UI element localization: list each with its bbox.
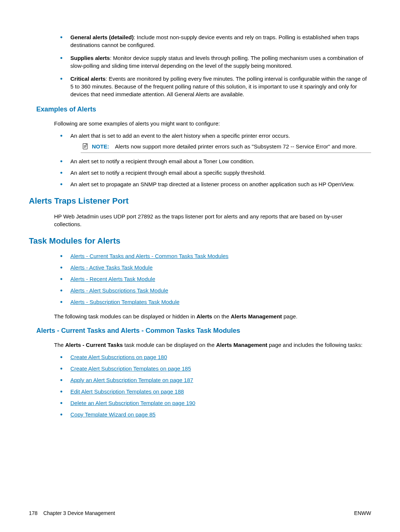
listener-text: HP Web Jetadmin uses UDP port 27892 as t… (54, 213, 371, 228)
list-item: Create Alert Subscriptions on page 180 (60, 353, 371, 361)
alert-type-name: Supplies alerts (70, 55, 110, 61)
note-inner: NOTE: Alerts now support more detailed p… (81, 143, 370, 150)
chapter-label: Chapter 3 Device Management (43, 510, 115, 516)
list-item: Alerts - Subscription Templates Task Mod… (60, 298, 371, 306)
current-tasks-intro: The Alerts - Current Tasks task module c… (54, 341, 371, 349)
task-link[interactable]: Edit Alert Subscription Templates on pag… (70, 388, 184, 395)
list-item: An alert set to notify a recipient throu… (60, 157, 371, 165)
page-number: 178 (29, 510, 37, 516)
text-bold: Alerts (196, 313, 212, 319)
alert-types-list: General alerts (detailed): Include most … (60, 33, 371, 98)
list-item: Delete an Alert Subscription Template on… (60, 399, 371, 407)
page: General alerts (detailed): Include most … (0, 0, 400, 532)
list-item: Edit Alert Subscription Templates on pag… (60, 388, 371, 395)
text-run: page. (282, 313, 297, 319)
task-module-link[interactable]: Alerts - Current Tasks and Alerts - Comm… (70, 253, 229, 259)
note-text: Alerts now support more detailed printer… (115, 143, 357, 150)
current-tasks-heading: Alerts - Current Tasks and Alerts - Comm… (36, 326, 371, 335)
note-label: NOTE: (92, 143, 109, 150)
alert-type-name: General alerts (detailed) (70, 34, 134, 40)
list-item: General alerts (detailed): Include most … (60, 33, 371, 49)
list-item: An alert set to notify a recipient throu… (60, 169, 371, 177)
text-run: on the (212, 313, 231, 319)
list-item: Alerts - Active Tasks Task Module (60, 264, 371, 271)
example-text: An alert set to notify a recipient throu… (70, 170, 266, 176)
note-box: NOTE: Alerts now support more detailed p… (81, 142, 371, 153)
task-link[interactable]: Create Alert Subscriptions on page 180 (70, 354, 167, 360)
alert-type-desc: : Monitor device supply status and level… (70, 55, 363, 69)
text-run: The (54, 342, 65, 348)
list-item: Alerts - Alert Subscriptions Task Module (60, 287, 371, 294)
list-item: Alerts - Recent Alerts Task Module (60, 275, 371, 283)
task-link[interactable]: Delete an Alert Subscription Template on… (70, 400, 195, 406)
list-item: Copy Template Wizard on page 85 (60, 411, 371, 418)
task-link[interactable]: Copy Template Wizard on page 85 (70, 411, 156, 418)
task-module-link[interactable]: Alerts - Active Tasks Task Module (70, 264, 153, 271)
list-item: Apply an Alert Subscription Template on … (60, 376, 371, 384)
example-text: An alert that is set to add an event to … (70, 133, 290, 139)
task-modules-link-list: Alerts - Current Tasks and Alerts - Comm… (60, 252, 371, 306)
list-item: An alert that is set to add an event to … (60, 132, 371, 153)
text-run: The following task modules can be displa… (54, 313, 196, 319)
list-item: An alert set to propagate an SNMP trap d… (60, 180, 371, 188)
list-item: Supplies alerts: Monitor device supply s… (60, 54, 371, 70)
note-icon (81, 143, 89, 150)
task-link[interactable]: Apply an Alert Subscription Template on … (70, 377, 193, 383)
examples-list: An alert that is set to add an event to … (60, 132, 371, 188)
task-module-link[interactable]: Alerts - Recent Alerts Task Module (70, 276, 155, 282)
footer-right: ENWW (354, 510, 371, 517)
example-text: An alert set to notify a recipient throu… (70, 158, 254, 164)
alert-type-desc: : Events are monitored by polling every … (70, 76, 367, 97)
listener-heading: Alerts Traps Listener Port (29, 195, 371, 207)
footer-left: 178 Chapter 3 Device Management (29, 510, 115, 517)
text-bold: Alerts Management (231, 313, 282, 319)
alert-type-name: Critical alerts (70, 76, 106, 82)
list-item: Critical alerts: Events are monitored by… (60, 75, 371, 98)
task-modules-summary: The following task modules can be displa… (54, 312, 371, 320)
text-bold: Alerts - Current Tasks (65, 342, 123, 348)
task-module-link[interactable]: Alerts - Alert Subscriptions Task Module (70, 287, 168, 294)
task-module-link[interactable]: Alerts - Subscription Templates Task Mod… (70, 299, 180, 305)
task-link[interactable]: Create Alert Subscription Templates on p… (70, 365, 191, 372)
list-item: Alerts - Current Tasks and Alerts - Comm… (60, 252, 371, 260)
page-footer: 178 Chapter 3 Device Management ENWW (29, 510, 371, 517)
example-text: An alert set to propagate an SNMP trap d… (70, 181, 354, 187)
current-tasks-link-list: Create Alert Subscriptions on page 180 C… (60, 353, 371, 418)
text-run: page and includes the following tasks: (267, 342, 363, 348)
examples-heading: Examples of Alerts (36, 105, 371, 114)
list-item: Create Alert Subscription Templates on p… (60, 365, 371, 372)
text-run: task module can be displayed on the (123, 342, 216, 348)
task-modules-heading: Task Modules for Alerts (29, 235, 371, 247)
examples-intro: Following are some examples of alerts yo… (54, 120, 371, 127)
text-bold: Alerts Management (216, 342, 267, 348)
